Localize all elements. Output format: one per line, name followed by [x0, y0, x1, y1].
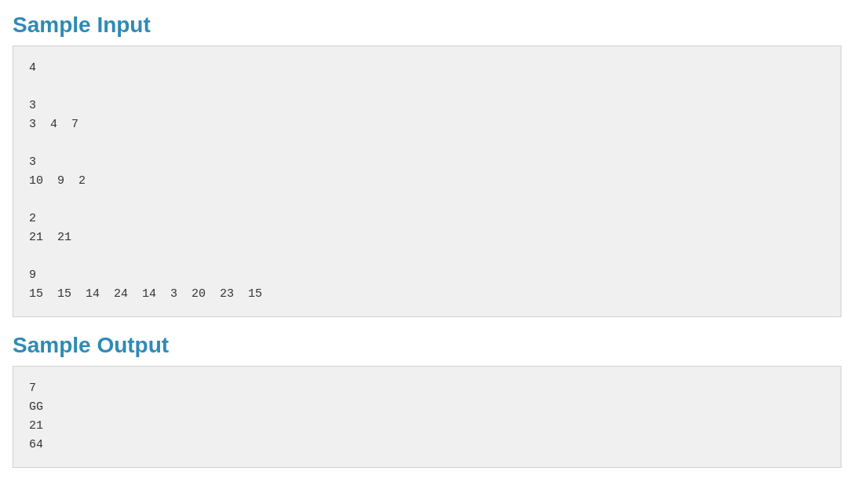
sample-output-section: Sample Output 7 GG 21 64	[13, 333, 841, 468]
sample-output-content: 7 GG 21 64	[13, 366, 841, 468]
sample-input-title: Sample Input	[13, 13, 841, 38]
sample-input-content: 4 3 3 4 7 3 10 9 2 2 21 21 9 15 15 14 24…	[13, 46, 841, 317]
sample-input-section: Sample Input 4 3 3 4 7 3 10 9 2 2 21 21 …	[13, 13, 841, 317]
sample-output-title: Sample Output	[13, 333, 841, 358]
